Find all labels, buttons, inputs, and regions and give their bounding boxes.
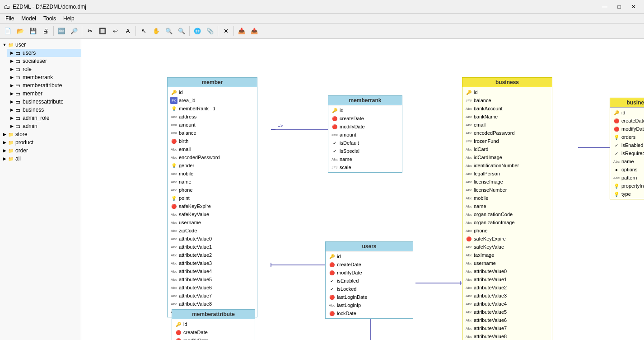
field-ba-pattern: Abcpattern bbox=[610, 174, 644, 182]
toolbar-link[interactable]: 📎 bbox=[204, 25, 216, 37]
expand-member[interactable]: ▶ bbox=[9, 91, 14, 96]
str-icon-bus4: Abc bbox=[465, 129, 472, 137]
str-icon-bus21: Abc bbox=[465, 284, 472, 291]
expand-admin[interactable]: ▶ bbox=[9, 123, 14, 129]
field-users-id: 🔑id bbox=[326, 252, 413, 260]
tree-item-member[interactable]: ▶ 🗃 member bbox=[7, 90, 81, 98]
tree-children-user: ▶ 🗃 users ▶ 🗃 socialuser ▶ 🗃 role ▶ 🗃 bbox=[7, 49, 81, 130]
minimize-button[interactable]: — bbox=[598, 1, 611, 12]
field-memberrank-amount: ###amount bbox=[328, 131, 402, 139]
field-member-mobile: Abcmobile bbox=[168, 170, 257, 178]
field-memberrank-modifydate: 🔴modifyDate bbox=[328, 123, 402, 131]
tree-item-business[interactable]: ▶ 🗃 business bbox=[7, 106, 81, 114]
table-businessattribute-header: businessattribute bbox=[610, 98, 644, 108]
toolbar-undo[interactable]: ↩ bbox=[109, 25, 121, 37]
field-ba-createdate: 🔴createDate bbox=[610, 117, 644, 125]
tree-item-admin-role[interactable]: ▶ 🗃 admin_role bbox=[7, 114, 81, 122]
expand-admin-role[interactable]: ▶ bbox=[9, 115, 14, 121]
str-icon11: Abc bbox=[170, 251, 177, 259]
expand-order[interactable]: ▶ bbox=[2, 148, 7, 153]
field-member-av5: AbcattributeValue5 bbox=[168, 275, 257, 283]
tree-label-product: product bbox=[15, 139, 33, 146]
toolbar-print[interactable]: 🖨 bbox=[40, 25, 51, 37]
str-icon4: Abc bbox=[170, 178, 177, 185]
tree-item-users[interactable]: ▶ 🗃 users bbox=[7, 49, 81, 57]
menu-help[interactable]: Help bbox=[60, 14, 78, 23]
expand-all[interactable]: ▶ bbox=[2, 156, 7, 161]
sep1 bbox=[53, 26, 54, 36]
tree-item-user[interactable]: ▼ 📁 user bbox=[0, 41, 81, 49]
field-ba-isenabled: ✓isEnabled bbox=[610, 141, 644, 149]
expand-store[interactable]: ▶ bbox=[2, 132, 7, 137]
field-ba-type: 💡type bbox=[610, 190, 644, 198]
maximize-button[interactable]: □ bbox=[612, 1, 626, 12]
tree-item-product[interactable]: ▶ 📁 product bbox=[0, 138, 81, 146]
tree-item-admin[interactable]: ▶ 🗃 admin bbox=[7, 122, 81, 130]
tree-label-store: store bbox=[15, 131, 28, 137]
tree-item-socialuser[interactable]: ▶ 🗃 socialuser bbox=[7, 57, 81, 65]
field-member-encodedpassword: AbcencodedPassword bbox=[168, 153, 257, 161]
table-businessattribute[interactable]: businessattribute 🔑id 🔴createDate 🔴modif… bbox=[610, 98, 644, 199]
table-users[interactable]: users 🔑id 🔴createDate 🔴modifyDate ✓isEna… bbox=[325, 241, 413, 319]
toolbar-new[interactable]: 📄 bbox=[2, 25, 14, 37]
expand-socialuser[interactable]: ▶ bbox=[9, 58, 14, 64]
table-business-header: business bbox=[462, 78, 552, 87]
str-icon-bus10: Abc bbox=[465, 186, 472, 194]
expand-users[interactable]: ▶ bbox=[9, 50, 14, 56]
tree-item-memberrank[interactable]: ▶ 🗃 memberrank bbox=[7, 73, 81, 81]
tree-item-role[interactable]: ▶ 🗃 role bbox=[7, 65, 81, 73]
str-icon9: Abc bbox=[170, 235, 177, 242]
menu-model[interactable]: Model bbox=[18, 14, 40, 23]
toolbar-globe[interactable]: 🌐 bbox=[191, 25, 203, 37]
toolbar-select[interactable]: ↖ bbox=[138, 25, 149, 37]
canvas[interactable]: => member bbox=[81, 39, 644, 340]
field-memberrank-isspecial: ✓isSpecial bbox=[328, 147, 402, 155]
menu-tools[interactable]: Tools bbox=[40, 14, 60, 23]
toolbar-text[interactable]: A bbox=[122, 25, 134, 37]
toolbar-export[interactable]: 📤 bbox=[248, 25, 260, 37]
field-ma-id: 🔑id bbox=[172, 320, 255, 328]
toolbar-delete[interactable]: ✕ bbox=[220, 25, 232, 37]
close-button[interactable]: ✕ bbox=[627, 1, 640, 12]
toolbar-hand[interactable]: ✋ bbox=[150, 25, 162, 37]
str-icon-bus14: Abc bbox=[465, 219, 472, 226]
expand-user[interactable]: ▼ bbox=[2, 42, 7, 47]
menu-file[interactable]: File bbox=[2, 14, 18, 23]
toolbar-search[interactable]: 🔎 bbox=[68, 25, 80, 37]
toolbar-import[interactable]: 📥 bbox=[236, 25, 247, 37]
str-icon8: Abc bbox=[170, 227, 177, 234]
bool-icon-ba: ✓ bbox=[613, 142, 620, 149]
tree-label-memberrank: memberrank bbox=[23, 74, 53, 80]
table-icon-admin-role: 🗃 bbox=[14, 114, 22, 122]
toolbar-cut[interactable]: ✂ bbox=[84, 25, 96, 37]
tree-item-store[interactable]: ▶ 📁 store bbox=[0, 130, 81, 138]
tree-item-businessattribute[interactable]: ▶ 🗃 businessattribute bbox=[7, 98, 81, 106]
sep6 bbox=[233, 26, 234, 36]
toolbar-find[interactable]: 🔤 bbox=[56, 25, 67, 37]
table-memberattribute[interactable]: memberattribute 🔑id 🔴createDate 🔴modifyD… bbox=[172, 309, 255, 340]
expand-role[interactable]: ▶ bbox=[9, 66, 14, 72]
tree-item-memberattribute[interactable]: ▶ 🗃 memberattribute bbox=[7, 81, 81, 90]
toolbar-zoomin[interactable]: 🔍 bbox=[163, 25, 175, 37]
table-memberrank[interactable]: memberrank 🔑id 🔴createDate 🔴modifyDate #… bbox=[328, 95, 402, 173]
toolbar-open[interactable]: 📂 bbox=[14, 25, 26, 37]
tree-item-all[interactable]: ▶ 📁 all bbox=[0, 155, 81, 163]
field-memberrank-scale: ###scale bbox=[328, 163, 402, 171]
expand-business[interactable]: ▶ bbox=[9, 107, 14, 113]
expand-product[interactable]: ▶ bbox=[2, 140, 7, 145]
expand-businessattribute[interactable]: ▶ bbox=[9, 99, 14, 104]
table-icon-businessattribute: 🗃 bbox=[14, 98, 22, 105]
table-member[interactable]: member 🔑id FKarea_id 💡memberRank_id Abca… bbox=[167, 77, 257, 317]
str-icon-bus18: Abc bbox=[465, 260, 472, 267]
tree-item-order[interactable]: ▶ 📁 order bbox=[0, 146, 81, 155]
str-icon: Abc bbox=[170, 146, 177, 153]
table-business[interactable]: business 🔑id ###balance AbcbankAccount A… bbox=[462, 77, 552, 340]
expand-memberattribute[interactable]: ▶ bbox=[9, 83, 14, 88]
canvas-inner: => member bbox=[81, 39, 644, 340]
toolbar-zoomout[interactable]: 🔍 bbox=[176, 25, 187, 37]
toolbar-box[interactable]: 🔲 bbox=[97, 25, 108, 37]
toolbar-save[interactable]: 💾 bbox=[27, 25, 39, 37]
str-icon-us: Abc bbox=[328, 302, 336, 309]
str-icon10: Abc bbox=[170, 243, 177, 250]
expand-memberrank[interactable]: ▶ bbox=[9, 75, 14, 80]
